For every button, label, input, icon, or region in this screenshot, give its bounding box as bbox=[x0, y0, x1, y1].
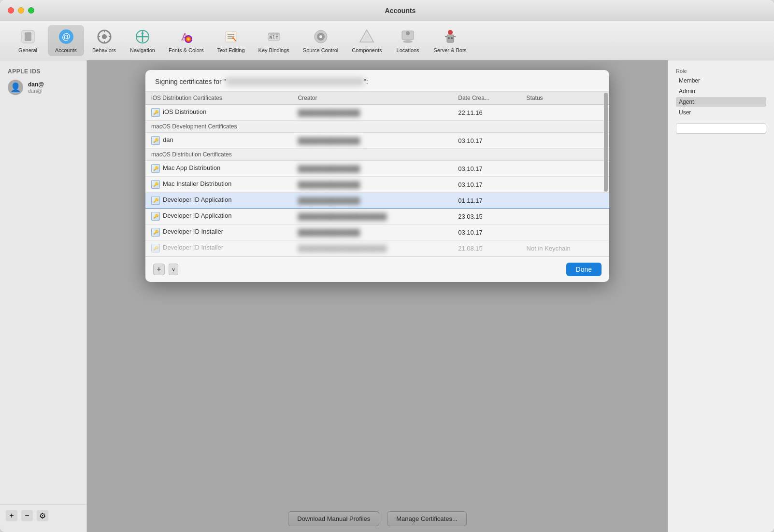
sidebar-item-text: dan@ dan@ bbox=[28, 81, 44, 94]
cert-status bbox=[521, 105, 609, 121]
cert-date: 03.10.17 bbox=[452, 177, 520, 193]
svg-point-15 bbox=[185, 35, 192, 43]
col-status: Status bbox=[521, 92, 609, 105]
cert-status bbox=[521, 209, 609, 224]
general-icon bbox=[19, 28, 37, 45]
certificates-table: iOS Distribution Certificates Creator Da… bbox=[145, 92, 609, 256]
cert-name: 🔑Developer ID Application bbox=[145, 193, 292, 209]
cert-status bbox=[521, 224, 609, 240]
cert-date: 22.11.16 bbox=[452, 105, 520, 121]
settings-button[interactable]: ⚙ bbox=[37, 510, 48, 521]
svg-text:@: @ bbox=[61, 32, 70, 42]
table-row[interactable]: 🔑Mac Installer Distribution ████████████… bbox=[145, 177, 609, 193]
modal-header-account: ██████████ ████████████ ██████ bbox=[226, 78, 364, 85]
minimize-button[interactable] bbox=[18, 7, 24, 14]
components-icon bbox=[358, 28, 375, 45]
cert-name: 🔑iOS Distribution bbox=[145, 105, 292, 121]
col-creator: Creator bbox=[292, 92, 452, 105]
main-window: Accounts General @ Accounts bbox=[0, 0, 774, 532]
cert-creator: ██████████████ bbox=[292, 105, 452, 121]
table-row[interactable]: 🔑dan ██████████████ 03.10.17 bbox=[145, 133, 609, 149]
toolbar-item-locations[interactable]: Locations bbox=[390, 25, 426, 56]
cert-status bbox=[521, 193, 609, 209]
table-row-selected[interactable]: 🔑Developer ID Application ██████████████… bbox=[145, 193, 609, 209]
table-row-dimmed[interactable]: 🔑Developer ID Installer ████████████████… bbox=[145, 240, 609, 256]
cert-date: 21.08.15 bbox=[452, 240, 520, 256]
add-account-button[interactable]: + bbox=[6, 510, 17, 521]
scrollbar-thumb[interactable] bbox=[604, 93, 608, 192]
remove-account-button[interactable]: − bbox=[21, 510, 33, 521]
behaviors-label: Behaviors bbox=[92, 47, 116, 53]
toolbar-item-general[interactable]: General bbox=[10, 25, 46, 56]
cert-creator: ██████████████ bbox=[292, 224, 452, 240]
cert-icon: 🔑 bbox=[151, 180, 160, 189]
right-panel: Role Member Admin Agent User bbox=[668, 60, 774, 532]
cert-name: 🔑Developer ID Installer bbox=[145, 224, 292, 240]
toolbar-item-accounts[interactable]: @ Accounts bbox=[48, 25, 84, 56]
sidebar-item-account[interactable]: 👤 dan@ dan@ bbox=[0, 77, 86, 98]
toolbar-item-source-control[interactable]: Source Control bbox=[297, 25, 344, 56]
toolbar-item-components[interactable]: Components bbox=[346, 25, 387, 56]
toolbar-item-server-bots[interactable]: Server & Bots bbox=[428, 25, 473, 56]
cert-date: 23.03.15 bbox=[452, 209, 520, 224]
toolbar-item-fonts-colors[interactable]: A Fonts & Colors bbox=[163, 25, 210, 56]
chevron-button[interactable]: ∨ bbox=[169, 264, 178, 275]
svg-rect-16 bbox=[226, 31, 236, 42]
svg-point-27 bbox=[319, 35, 322, 38]
cert-name: 🔑Developer ID Installer bbox=[145, 240, 292, 256]
toolbar-item-behaviors[interactable]: Behaviors bbox=[86, 25, 122, 56]
role-list: Member Admin Agent User bbox=[676, 76, 766, 117]
role-admin[interactable]: Admin bbox=[676, 86, 766, 96]
text-editing-icon bbox=[222, 28, 240, 45]
svg-point-33 bbox=[448, 30, 453, 35]
cert-name: 🔑Mac Installer Distribution bbox=[145, 177, 292, 193]
cert-icon: 🔑 bbox=[151, 164, 160, 173]
cert-icon: 🔑 bbox=[151, 228, 160, 237]
table-row[interactable]: 🔑Developer ID Installer ██████████████ 0… bbox=[145, 224, 609, 240]
table-row[interactable]: 🔑iOS Distribution ██████████████ 22.11.1… bbox=[145, 105, 609, 121]
group-label: macOS Development Certificates bbox=[145, 121, 609, 133]
cert-name: 🔑dan bbox=[145, 133, 292, 149]
cert-date: 03.10.17 bbox=[452, 133, 520, 149]
toolbar-item-text-editing[interactable]: Text Editing bbox=[212, 25, 251, 56]
svg-point-35 bbox=[448, 37, 450, 39]
table-row[interactable]: 🔑Mac App Distribution ██████████████ 03.… bbox=[145, 161, 609, 177]
cert-status: Not in Keychain bbox=[521, 240, 609, 256]
cert-icon: 🔑 bbox=[151, 212, 160, 221]
close-button[interactable] bbox=[8, 7, 14, 14]
cert-name: 🔑Developer ID Application bbox=[145, 209, 292, 224]
right-panel-input[interactable] bbox=[676, 123, 766, 134]
svg-point-5 bbox=[102, 34, 107, 39]
role-member[interactable]: Member bbox=[676, 76, 766, 85]
signing-certificates-modal: Signing certificates for "██████████ ███… bbox=[145, 70, 609, 282]
cert-creator: ████████████████████ bbox=[292, 209, 452, 224]
cert-creator: ██████████████ bbox=[292, 193, 452, 209]
col-name: iOS Distribution Certificates bbox=[145, 92, 292, 105]
cert-status bbox=[521, 161, 609, 177]
table-body: 🔑iOS Distribution ██████████████ 22.11.1… bbox=[145, 105, 609, 256]
scrollbar-track[interactable] bbox=[602, 92, 609, 256]
key-bindings-label: Key Bindings bbox=[258, 47, 289, 53]
svg-point-36 bbox=[451, 37, 453, 39]
svg-text:option: option bbox=[269, 32, 279, 36]
cert-icon: 🔑 bbox=[151, 196, 160, 205]
accounts-label: Accounts bbox=[55, 47, 77, 53]
table-row[interactable]: 🔑Developer ID Application ██████████████… bbox=[145, 209, 609, 224]
cert-date: 03.10.17 bbox=[452, 224, 520, 240]
server-bots-label: Server & Bots bbox=[434, 47, 467, 53]
table-header: iOS Distribution Certificates Creator Da… bbox=[145, 92, 609, 105]
account-name: dan@ bbox=[28, 81, 44, 88]
toolbar-item-key-bindings[interactable]: alt option Key Bindings bbox=[253, 25, 295, 56]
sidebar-footer: + − ⚙ bbox=[0, 504, 86, 526]
navigation-label: Navigation bbox=[130, 47, 155, 53]
add-certificate-button[interactable]: + bbox=[153, 264, 165, 275]
role-agent[interactable]: Agent bbox=[676, 97, 766, 107]
cert-date: 01.11.17 bbox=[452, 193, 520, 209]
maximize-button[interactable] bbox=[28, 7, 34, 14]
toolbar-item-navigation[interactable]: Navigation bbox=[124, 25, 161, 56]
done-button[interactable]: Done bbox=[566, 263, 602, 276]
behaviors-icon bbox=[96, 28, 113, 45]
window-title: Accounts bbox=[34, 7, 766, 14]
toolbar: General @ Accounts bbox=[0, 21, 774, 60]
role-user[interactable]: User bbox=[676, 108, 766, 117]
